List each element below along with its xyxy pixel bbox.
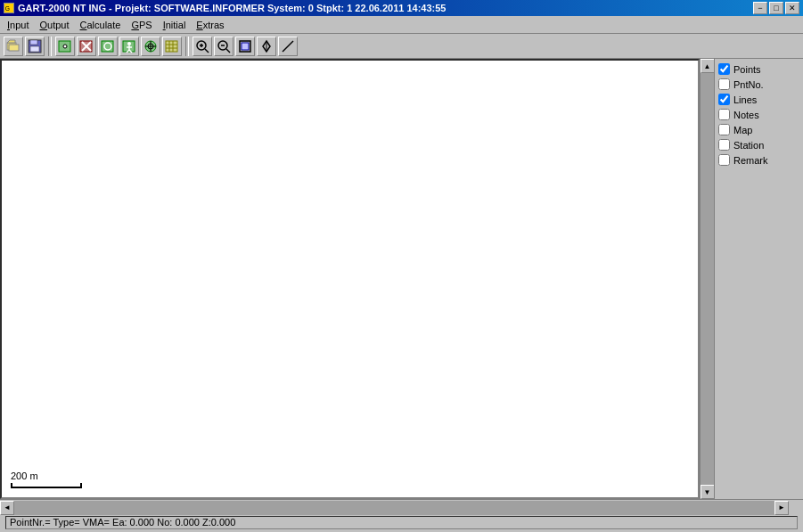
point-button[interactable] — [55, 37, 75, 56]
save-button[interactable] — [25, 37, 45, 56]
svg-rect-25 — [166, 41, 177, 52]
ruler-button[interactable] — [278, 37, 298, 56]
open-button[interactable] — [4, 37, 23, 56]
app-icon: G — [4, 3, 14, 13]
fit-button[interactable] — [235, 37, 255, 56]
menu-extras[interactable]: Extras — [191, 18, 229, 32]
svg-line-33 — [205, 49, 209, 53]
checkbox-station[interactable] — [718, 139, 730, 151]
menu-input[interactable]: Input — [2, 18, 34, 32]
delete-button[interactable] — [77, 37, 96, 56]
checkbox-lines[interactable] — [718, 94, 730, 105]
checkbox-item-notes[interactable]: Notes — [717, 108, 801, 121]
checkbox-label-remark: Remark — [733, 155, 768, 166]
checkbox-label-station: Station — [733, 140, 764, 151]
checkbox-item-station[interactable]: Station — [717, 138, 801, 151]
close-button[interactable]: ✕ — [785, 2, 799, 14]
scroll-up-button[interactable]: ▲ — [701, 59, 715, 73]
svg-rect-4 — [9, 45, 19, 51]
maximize-button[interactable]: □ — [769, 2, 783, 14]
title-bar-left: G GART-2000 NT ING - Projekt: SOFTWARE.I… — [4, 3, 446, 13]
checkbox-label-notes: Notes — [733, 110, 759, 120]
separator-1 — [48, 37, 52, 56]
checkbox-item-lines[interactable]: Lines — [717, 93, 801, 106]
svg-marker-3 — [7, 40, 15, 43]
checkbox-item-points[interactable]: Points — [717, 62, 801, 76]
person-button[interactable] — [119, 37, 139, 56]
menu-calculate[interactable]: Calculate — [75, 18, 127, 32]
svg-rect-6 — [30, 40, 37, 45]
hscrollbar-area: ◄ ► — [0, 499, 803, 514]
title-buttons: − □ ✕ — [753, 2, 799, 14]
hscroll-corner — [789, 500, 803, 515]
target-button[interactable] — [141, 37, 160, 56]
status-bar: PointNr.= Type= VMA= Ea: 0.000 No: 0.000… — [0, 514, 803, 529]
svg-text:G: G — [5, 5, 10, 12]
checkbox-item-remark[interactable]: Remark — [717, 153, 801, 167]
pen-button[interactable] — [257, 37, 276, 56]
checkbox-item-map[interactable]: Map — [717, 123, 801, 136]
canvas-area[interactable]: 200 m — [0, 59, 700, 499]
vertical-scrollbar: ▲ ▼ — [700, 59, 714, 499]
title-bar: G GART-2000 NT ING - Projekt: SOFTWARE.I… — [0, 0, 803, 16]
right-panel: PointsPntNo.LinesNotesMapStationRemark — [714, 59, 803, 499]
menu-bar: Input Output Calculate GPS Initial Extra… — [0, 16, 803, 34]
circle-button[interactable] — [98, 37, 118, 56]
checkbox-notes[interactable] — [718, 109, 730, 120]
checkbox-label-points: Points — [733, 64, 761, 75]
grid-button[interactable] — [162, 37, 182, 56]
checkbox-points[interactable] — [718, 63, 730, 75]
svg-point-16 — [127, 42, 131, 45]
scale-indicator: 200 m — [11, 471, 82, 488]
status-text: PointNr.= Type= VMA= Ea: 0.000 No: 0.000… — [5, 516, 798, 529]
menu-gps[interactable]: GPS — [126, 18, 157, 32]
toolbar — [0, 34, 803, 59]
horizontal-scrollbar: ◄ ► — [0, 500, 789, 515]
hscroll-track[interactable] — [14, 501, 774, 515]
zoom-out-button[interactable] — [214, 37, 234, 56]
svg-rect-7 — [30, 46, 39, 52]
vscroll-track[interactable] — [701, 73, 715, 485]
title-text: GART-2000 NT ING - Projekt: SOFTWARE.INF… — [18, 3, 446, 13]
minimize-button[interactable]: − — [753, 2, 767, 14]
svg-line-41 — [283, 41, 293, 52]
checkbox-remark[interactable] — [718, 154, 730, 166]
scroll-right-button[interactable]: ► — [774, 501, 789, 515]
zoom-in-button[interactable] — [193, 37, 212, 56]
menu-output[interactable]: Output — [34, 18, 74, 32]
svg-line-36 — [226, 49, 230, 53]
svg-rect-38 — [242, 43, 249, 50]
checkbox-label-map: Map — [733, 125, 752, 135]
scroll-left-button[interactable]: ◄ — [0, 501, 14, 515]
checkbox-pntno[interactable] — [718, 78, 730, 90]
scroll-down-button[interactable]: ▼ — [701, 485, 715, 499]
svg-point-9 — [63, 45, 67, 48]
checkbox-label-lines: Lines — [733, 94, 757, 105]
scale-bar — [11, 483, 82, 488]
separator-2 — [185, 37, 189, 56]
checkbox-label-pntno: PntNo. — [733, 79, 764, 90]
main-area: 200 m ▲ ▼ PointsPntNo.LinesNotesMapStati… — [0, 59, 803, 499]
scale-label: 200 m — [11, 471, 38, 481]
checkbox-map[interactable] — [718, 124, 730, 135]
checkbox-item-pntno[interactable]: PntNo. — [717, 78, 801, 91]
menu-initial[interactable]: Initial — [158, 18, 192, 32]
